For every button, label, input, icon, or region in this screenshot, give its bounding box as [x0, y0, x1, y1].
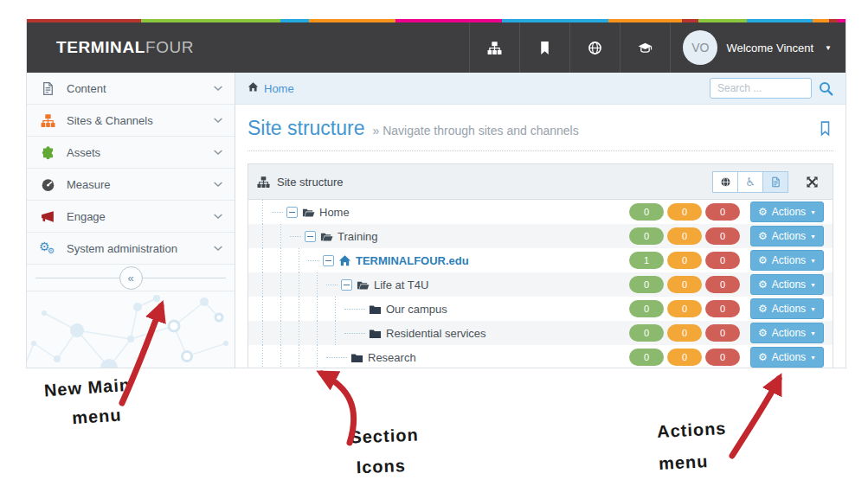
app-window: TERMINALFOUR VO Welcome Vincent ▼ Conten…	[26, 19, 846, 368]
actions-menu-button[interactable]: ⚙Actions▼	[750, 323, 824, 343]
actions-label: Actions	[772, 206, 806, 218]
sidebar-item-measure[interactable]: Measure	[27, 169, 235, 201]
sidebar-item-label: Engage	[67, 210, 202, 223]
badge-red[interactable]: 0	[705, 252, 740, 269]
tree-guide	[326, 321, 344, 345]
actions-label: Actions	[772, 351, 806, 363]
sidebar-item-content[interactable]: Content	[27, 73, 235, 105]
search-input[interactable]	[710, 78, 812, 99]
badge-green[interactable]: 0	[629, 276, 664, 293]
badge-orange[interactable]: 0	[667, 203, 702, 221]
sidebar-item-engage[interactable]: Engage	[27, 201, 235, 233]
page-title-row: Site structure » Navigate through sites …	[235, 105, 845, 149]
tree-guide	[308, 272, 326, 297]
caret-down-icon: ▼	[810, 330, 816, 336]
search-icon[interactable]	[819, 81, 833, 96]
sitemap-icon[interactable]	[469, 22, 519, 73]
gauge-icon	[39, 177, 56, 192]
actions-menu-button[interactable]: ⚙Actions▼	[750, 226, 824, 246]
actions-label: Actions	[772, 230, 806, 242]
home-icon	[338, 254, 351, 267]
sidebar-item-assets[interactable]: Assets	[27, 137, 235, 169]
badge-red[interactable]: 0	[705, 349, 740, 366]
sidebar-item-label: Sites & Channels	[67, 114, 202, 127]
tree-row-training: Training000⚙Actions▼	[248, 224, 833, 248]
collapse-toggle-icon[interactable]	[323, 255, 334, 266]
badge-orange[interactable]: 0	[667, 349, 702, 366]
caret-down-icon: ▼	[810, 258, 816, 264]
badge-green[interactable]: 0	[629, 324, 664, 342]
panel-toolbar-globe-button[interactable]	[712, 171, 738, 193]
network-graphic	[27, 291, 235, 368]
tree-row-research: Research000⚙Actions▼	[248, 345, 833, 368]
tree-guide	[308, 345, 326, 368]
breadcrumb[interactable]: Home	[248, 81, 294, 95]
globe-icon[interactable]	[569, 22, 620, 73]
badge-green[interactable]: 1	[629, 252, 664, 269]
expand-icon[interactable]	[806, 176, 819, 189]
folder-open-icon	[302, 206, 315, 219]
tree-guide	[308, 297, 326, 321]
section-label[interactable]: Our campus	[386, 303, 447, 316]
panel-toolbar-accessibility-button[interactable]: ♿	[737, 171, 763, 193]
badge-orange[interactable]: 0	[667, 276, 702, 293]
actions-menu-button[interactable]: ⚙Actions▼	[750, 202, 824, 222]
badge-orange[interactable]: 0	[667, 300, 702, 317]
chevron-down-icon	[212, 242, 224, 254]
badge-red[interactable]: 0	[705, 276, 740, 293]
caret-down-icon: ▼	[810, 306, 816, 312]
panel-toolbar-document-button[interactable]	[762, 171, 788, 193]
user-menu[interactable]: VO Welcome Vincent ▼	[670, 22, 845, 73]
sidebar-item-label: System administration	[67, 242, 202, 255]
badge-orange[interactable]: 0	[667, 227, 702, 245]
top-header: TERMINALFOUR VO Welcome Vincent ▼	[27, 22, 845, 73]
section-label[interactable]: Residential services	[386, 327, 486, 340]
graduation-cap-icon[interactable]	[620, 22, 670, 73]
caret-down-icon: ▼	[810, 234, 816, 240]
avatar[interactable]: VO	[683, 30, 717, 65]
actions-menu-button[interactable]: ⚙Actions▼	[750, 274, 824, 295]
section-label[interactable]: Life at T4U	[374, 278, 428, 291]
breadcrumb-home[interactable]: Home	[264, 82, 294, 95]
sidebar-collapse-button[interactable]: «	[119, 266, 143, 290]
badge-red[interactable]: 0	[705, 227, 740, 245]
actions-menu-button[interactable]: ⚙Actions▼	[750, 347, 824, 368]
tree-guide	[254, 200, 272, 224]
badge-red[interactable]: 0	[705, 300, 740, 317]
row-controls: 000⚙Actions▼	[626, 323, 833, 343]
badge-orange[interactable]: 0	[667, 324, 702, 342]
section-label[interactable]: Training	[338, 230, 377, 243]
bookmark-icon[interactable]	[519, 22, 569, 73]
tree-guide	[254, 345, 272, 368]
section-label[interactable]: TERMINALFOUR.edu	[356, 254, 469, 267]
actions-menu-button[interactable]: ⚙Actions▼	[750, 298, 824, 319]
sidebar-item-label: Content	[67, 82, 202, 95]
collapse-toggle-icon[interactable]	[305, 231, 316, 242]
header-nav: VO Welcome Vincent ▼	[469, 22, 845, 73]
actions-label: Actions	[772, 327, 806, 339]
collapse-toggle-icon[interactable]	[286, 207, 298, 218]
gear-icon: ⚙	[758, 255, 768, 265]
badge-green[interactable]: 0	[629, 300, 664, 317]
tree-guide	[272, 345, 290, 368]
tree-guide	[272, 321, 290, 345]
accessibility-icon: ♿	[745, 176, 755, 188]
badge-red[interactable]: 0	[705, 203, 740, 221]
badge-green[interactable]: 0	[629, 227, 664, 245]
annotation-actions-menu: Actionsmenu	[657, 419, 729, 472]
page-title: Site structure	[248, 117, 365, 140]
folder-closed-icon	[369, 327, 382, 340]
section-label[interactable]: Research	[368, 351, 416, 364]
panel-title: Site structure	[277, 176, 344, 189]
bookmark-outline-icon[interactable]	[817, 120, 833, 137]
actions-menu-button[interactable]: ⚙Actions▼	[750, 250, 824, 271]
badge-red[interactable]: 0	[705, 324, 740, 342]
badge-orange[interactable]: 0	[667, 252, 702, 269]
row-controls: 000⚙Actions▼	[626, 226, 833, 246]
collapse-toggle-icon[interactable]	[341, 279, 352, 291]
badge-green[interactable]: 0	[629, 349, 664, 366]
section-label[interactable]: Home	[319, 206, 350, 219]
badge-green[interactable]: 0	[629, 203, 664, 221]
sidebar-item-sites-channels[interactable]: Sites & Channels	[27, 105, 235, 137]
sidebar-item-system-administration[interactable]: ⚙⚙System administration	[27, 233, 235, 265]
